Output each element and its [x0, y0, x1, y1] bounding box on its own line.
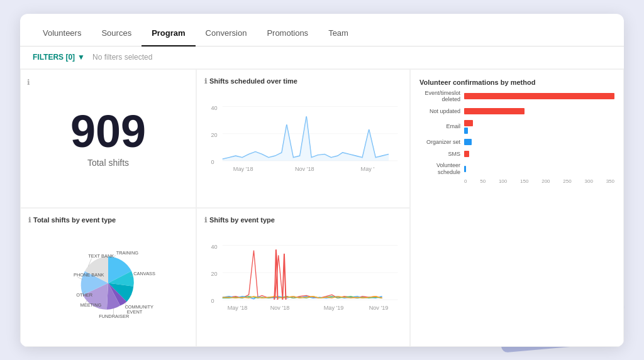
widget-confirmations: Volunteer confirmations by method Event/…	[410, 69, 624, 347]
tab-sources[interactable]: Sources	[91, 21, 142, 46]
hbar-axis-200: 200	[541, 178, 550, 184]
hbar-row-not-updated: Not updated	[419, 108, 614, 115]
svg-text:TEXT BANK: TEXT BANK	[88, 253, 114, 259]
filters-bar: FILTERS [0] ▼ No filters selected	[20, 46, 624, 69]
hbar-bars-organizer	[464, 139, 614, 145]
hbar-row-sms: SMS	[419, 151, 614, 158]
shifts-by-event-chart: 40 20 0 May '18 Nov '18 May '19 Nov '19	[204, 228, 402, 337]
svg-text:40: 40	[211, 243, 217, 249]
hbar-label-volunteer-schedule: Volunteerschedule	[419, 162, 460, 176]
hbar-axis: 0 50 100 150 200 250 300 350	[419, 178, 614, 184]
chevron-down-icon: ▼	[77, 53, 85, 62]
hbar-blue-email	[464, 128, 468, 134]
svg-text:Nov '19: Nov '19	[369, 304, 389, 310]
hbar-red-not-updated	[464, 108, 525, 114]
hbar-bars-sms	[464, 151, 614, 157]
svg-text:PHONE BANK: PHONE BANK	[74, 271, 104, 277]
svg-text:TRAINING: TRAINING	[116, 249, 139, 255]
hbar-blue-organizer	[464, 139, 472, 145]
svg-text:May '19: May '19	[324, 304, 344, 310]
svg-text:CANVASS: CANVASS	[133, 270, 155, 276]
svg-text:0: 0	[211, 159, 214, 165]
widget-shifts-over-time: ℹ Shifts scheduled over time 40 20 0 May…	[196, 69, 410, 208]
hbar-container: Event/timeslotdeleted Not updated Email	[419, 90, 614, 177]
widget-shifts-event-line-title: ℹ Shifts by event type	[204, 216, 402, 224]
hbar-row-organizer: Organizer set	[419, 139, 614, 146]
widget-shifts-by-event-type: ℹ Total shifts by event type	[20, 208, 196, 347]
svg-text:Nov '18: Nov '18	[295, 165, 314, 172]
hbar-label-email: Email	[419, 123, 460, 130]
svg-text:20: 20	[211, 132, 217, 138]
hbar-axis-300: 300	[584, 178, 592, 184]
widget-pie-title: ℹ Total shifts by event type	[28, 216, 188, 224]
svg-text:20: 20	[211, 271, 217, 277]
filters-no-selection: No filters selected	[92, 53, 152, 62]
tab-conversion[interactable]: Conversion	[196, 21, 257, 46]
hbar-label-sms: SMS	[419, 151, 460, 158]
svg-text:May '18: May '18	[233, 165, 253, 172]
hbar-red-email	[464, 120, 473, 126]
hbar-axis-150: 150	[520, 178, 528, 184]
hbar-bars-event-deleted	[464, 93, 614, 99]
svg-text:EVENT: EVENT	[127, 309, 143, 315]
hbar-bars-volunteer-schedule	[464, 166, 614, 172]
svg-text:May ': May '	[361, 165, 375, 172]
pie-chart: TRAINING TEXT BANK PHONE BANK OTHER MEET…	[28, 228, 188, 338]
hbar-label-event-deleted: Event/timeslotdeleted	[419, 90, 460, 104]
hbar-axis-250: 250	[563, 178, 571, 184]
hbar-red-sms	[464, 151, 469, 157]
hbar-label-not-updated: Not updated	[419, 108, 460, 115]
hbar-label-organizer: Organizer set	[419, 139, 460, 146]
widget-shifts-by-event-line: ℹ Shifts by event type 40 20 0 May '18 N…	[196, 208, 410, 347]
hbar-bars-not-updated	[464, 108, 614, 114]
hbar-row-email: Email	[419, 120, 614, 134]
svg-text:May '18: May '18	[228, 304, 248, 310]
filters-label: FILTERS [0]	[33, 53, 75, 62]
info-icon-shifts-time: ℹ	[204, 77, 207, 85]
svg-text:0: 0	[211, 298, 214, 304]
filters-button[interactable]: FILTERS [0] ▼	[33, 53, 85, 62]
hbar-row-event-deleted: Event/timeslotdeleted	[419, 90, 614, 104]
tab-volunteers[interactable]: Volunteers	[33, 21, 91, 46]
shifts-over-time-chart: 40 20 0 May '18 Nov '18 May '	[204, 89, 402, 198]
hbar-axis-0: 0	[464, 178, 467, 184]
hbar-blue-volunteer-schedule	[464, 166, 466, 172]
svg-text:OTHER: OTHER	[76, 292, 92, 297]
hbar-row-volunteer-schedule: Volunteerschedule	[419, 162, 614, 176]
hbar-axis-100: 100	[499, 178, 507, 184]
hbar-axis-350: 350	[606, 178, 614, 184]
total-shifts-number: 909	[70, 109, 146, 154]
tab-program[interactable]: Program	[142, 21, 195, 46]
svg-text:40: 40	[211, 104, 217, 111]
svg-text:Nov '18: Nov '18	[270, 304, 290, 310]
hbar-red-event-deleted	[464, 93, 614, 99]
widget-shifts-time-title: ℹ Shifts scheduled over time	[204, 77, 402, 85]
pie-wrapper: TRAINING TEXT BANK PHONE BANK OTHER MEET…	[28, 228, 188, 338]
total-shifts-label: Total shifts	[87, 158, 129, 168]
widget-confirmations-title: Volunteer confirmations by method	[419, 79, 614, 86]
svg-text:FUNDRAISER: FUNDRAISER	[99, 313, 129, 319]
main-card: Volunteers Sources Program Conversion Pr…	[20, 14, 624, 347]
widget-total-shifts: ℹ 909 Total shifts	[20, 69, 196, 208]
hbar-bars-email	[464, 120, 614, 134]
content-grid: ℹ 909 Total shifts ℹ Shifts scheduled ov…	[20, 69, 624, 347]
svg-text:MEETING: MEETING	[80, 302, 102, 307]
info-icon-shifts-event: ℹ	[204, 216, 207, 224]
info-icon-total: ℹ	[27, 76, 30, 87]
tab-promotions[interactable]: Promotions	[257, 21, 318, 46]
hbar-axis-50: 50	[480, 178, 486, 184]
info-icon-pie: ℹ	[28, 216, 31, 224]
tab-team[interactable]: Team	[318, 21, 358, 46]
tabs-bar: Volunteers Sources Program Conversion Pr…	[20, 14, 624, 46]
